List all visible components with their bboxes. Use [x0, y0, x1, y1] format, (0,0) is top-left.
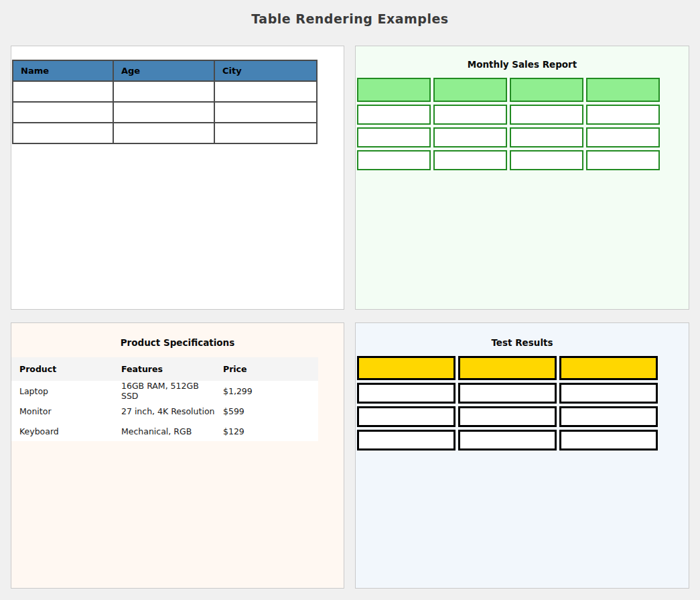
table-header-row: ProductFeaturesPrice	[11, 357, 318, 381]
products-table: ProductFeaturesPrice Laptop16GB RAM, 512…	[11, 357, 318, 441]
product-header-cell: Product	[11, 357, 113, 381]
table-row: Laptop16GB RAM, 512GB SSD$1,299	[11, 381, 318, 401]
basic-table-panel: NameAgeCity	[11, 46, 344, 310]
tests-empty-cell	[458, 383, 557, 404]
table-header-row	[357, 356, 658, 380]
product-cell: 16GB RAM, 512GB SSD	[113, 381, 215, 401]
tests-empty-cell	[559, 406, 658, 427]
sales-empty-cell	[510, 150, 583, 170]
test-results-title: Test Results	[356, 323, 689, 348]
product-cell: Monitor	[11, 401, 113, 421]
sales-empty-cell	[586, 127, 660, 147]
products-table-body: Laptop16GB RAM, 512GB SSD$1,299Monitor27…	[11, 381, 318, 441]
sales-empty-cell	[510, 105, 583, 125]
sales-report-panel: Monthly Sales Report	[355, 46, 689, 310]
table-row	[13, 102, 317, 123]
sales-table	[355, 75, 662, 173]
sales-empty-cell	[433, 127, 507, 147]
table-header-row	[357, 78, 660, 102]
sales-header-cell	[433, 78, 507, 102]
basic-empty-cell	[214, 81, 317, 102]
basic-table: NameAgeCity	[12, 60, 318, 144]
sales-empty-cell	[586, 105, 660, 125]
sales-empty-cell	[357, 127, 431, 147]
basic-empty-cell	[113, 123, 214, 143]
table-row	[357, 383, 658, 404]
product-header-cell: Features	[113, 357, 215, 381]
basic-empty-cell	[113, 102, 214, 123]
tests-table	[355, 353, 660, 453]
table-row	[357, 105, 660, 125]
page-title: Table Rendering Examples	[0, 0, 700, 26]
product-specs-panel: Product Specifications ProductFeaturesPr…	[11, 322, 344, 589]
tests-header-cell	[559, 356, 658, 380]
tests-header-cell	[458, 356, 557, 380]
sales-empty-cell	[433, 105, 507, 125]
sales-header-cell	[510, 78, 583, 102]
basic-empty-cell	[13, 81, 113, 102]
basic-empty-cell	[214, 123, 317, 143]
table-row: KeyboardMechanical, RGB$129	[11, 421, 318, 441]
tests-empty-cell	[357, 406, 456, 427]
basic-header-cell: Age	[113, 60, 214, 81]
sales-empty-cell	[357, 150, 431, 170]
panel-grid: NameAgeCity Monthly Sales Report Product…	[11, 46, 689, 589]
sales-table-body	[357, 105, 660, 170]
table-row	[13, 81, 317, 102]
sales-empty-cell	[510, 127, 583, 147]
basic-empty-cell	[13, 102, 113, 123]
product-cell: $1,299	[215, 381, 318, 401]
sales-report-title: Monthly Sales Report	[356, 46, 689, 70]
product-cell: Laptop	[11, 381, 113, 401]
basic-header-cell: City	[214, 60, 317, 81]
basic-table-body	[13, 81, 317, 143]
product-cell: $129	[215, 421, 318, 441]
product-cell: 27 inch, 4K Resolution	[113, 401, 215, 421]
tests-header-cell	[357, 356, 456, 380]
table-row	[357, 127, 660, 147]
table-row	[357, 150, 660, 170]
tests-empty-cell	[559, 383, 658, 404]
sales-empty-cell	[586, 150, 660, 170]
tests-table-body	[357, 383, 658, 451]
tests-empty-cell	[458, 430, 557, 451]
tests-empty-cell	[357, 430, 456, 451]
product-header-cell: Price	[215, 357, 318, 381]
sales-header-cell	[357, 78, 431, 102]
tests-empty-cell	[357, 383, 456, 404]
sales-empty-cell	[433, 150, 507, 170]
test-results-panel: Test Results	[355, 322, 689, 589]
basic-empty-cell	[214, 102, 317, 123]
table-row	[357, 430, 658, 451]
product-specs-title: Product Specifications	[11, 323, 344, 348]
table-header-row: NameAgeCity	[13, 60, 317, 81]
table-row: Monitor27 inch, 4K Resolution$599	[11, 401, 318, 421]
product-cell: $599	[215, 401, 318, 421]
table-row	[13, 123, 317, 143]
basic-header-cell: Name	[13, 60, 113, 81]
product-cell: Mechanical, RGB	[113, 421, 215, 441]
basic-empty-cell	[13, 123, 113, 143]
tests-empty-cell	[559, 430, 658, 451]
sales-header-cell	[586, 78, 660, 102]
basic-empty-cell	[113, 81, 214, 102]
tests-empty-cell	[458, 406, 557, 427]
sales-empty-cell	[357, 105, 431, 125]
product-cell: Keyboard	[11, 421, 113, 441]
table-row	[357, 406, 658, 427]
